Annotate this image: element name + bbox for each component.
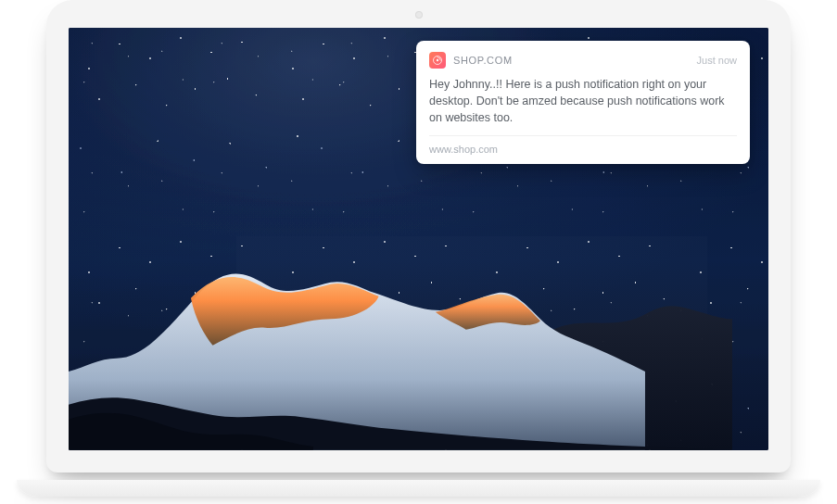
svg-point-1 (437, 59, 438, 61)
swirl-icon (432, 55, 443, 66)
app-icon (429, 52, 446, 69)
laptop-base (17, 480, 820, 497)
camera-icon (415, 11, 423, 19)
laptop-body: SHOP.COM Just now Hey Johnny..!! Here is… (46, 0, 791, 472)
notification-header: SHOP.COM Just now (429, 52, 737, 69)
push-notification[interactable]: SHOP.COM Just now Hey Johnny..!! Here is… (416, 41, 750, 164)
notification-app-name: SHOP.COM (453, 55, 513, 66)
laptop-mockup: SHOP.COM Just now Hey Johnny..!! Here is… (0, 0, 837, 504)
notification-message: Hey Johnny..!! Here is a push notificati… (429, 76, 737, 126)
desktop-screen: SHOP.COM Just now Hey Johnny..!! Here is… (69, 28, 768, 450)
wallpaper-mountains (69, 188, 732, 450)
notification-source: www.shop.com (429, 135, 737, 155)
notification-timestamp: Just now (697, 55, 737, 66)
